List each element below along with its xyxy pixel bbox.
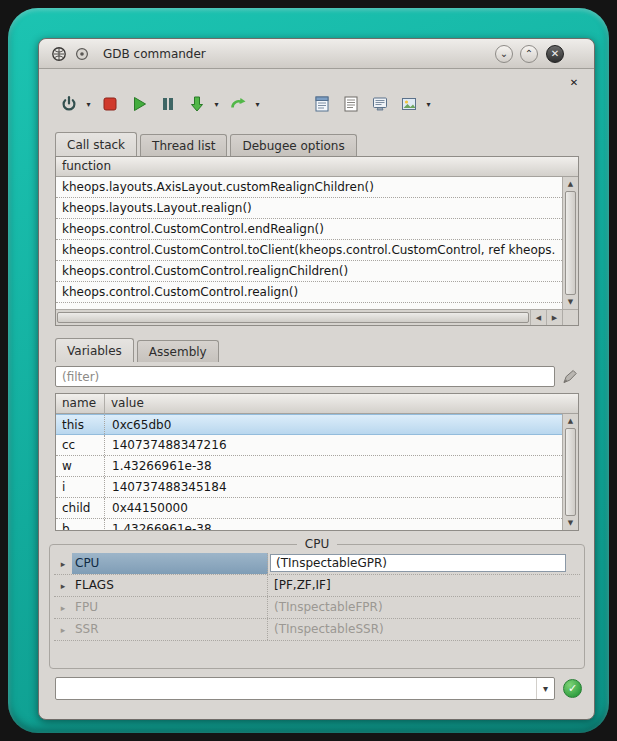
- expander-icon[interactable]: ▸: [54, 559, 72, 569]
- variable-row[interactable]: i 140737488345184: [56, 477, 562, 498]
- scroll-right-icon[interactable]: ▶: [546, 310, 562, 325]
- cpu-row[interactable]: ▸ CPU (TInspectableGPR): [54, 553, 580, 575]
- column-header-function[interactable]: function: [56, 157, 578, 177]
- variables-tabbar: Variables Assembly: [55, 338, 222, 362]
- scroll-up-icon[interactable]: ▲: [563, 177, 578, 191]
- run-button[interactable]: [127, 92, 151, 116]
- variable-value: 140737488345184: [105, 477, 562, 497]
- register-value-field[interactable]: (TInspectableGPR): [270, 554, 566, 572]
- variables-rows: this 0xc65db0 cc 140737488347216 w 1.432…: [56, 414, 562, 530]
- callstack-row[interactable]: kheops.layouts.Layout.realign(): [56, 198, 562, 219]
- close-button[interactable]: ✕: [546, 45, 564, 63]
- cpu-rows: ▸ CPU (TInspectableGPR) ▸ FLAGS [PF,ZF,I…: [54, 553, 580, 641]
- continue-dropdown-icon[interactable]: ▾: [253, 100, 262, 109]
- variable-name: this: [56, 415, 105, 434]
- debug-toolbar: ▾: [57, 89, 582, 119]
- tab-thread-list[interactable]: Thread list: [140, 134, 227, 156]
- variable-row[interactable]: child 0x44150000: [56, 498, 562, 519]
- combo-dropdown-icon[interactable]: ▾: [536, 678, 554, 699]
- scroll-left-icon[interactable]: ◀: [530, 310, 546, 325]
- register-group-value: (TInspectableGPR): [268, 553, 580, 574]
- expander-icon[interactable]: ▸: [54, 581, 72, 591]
- scroll-up-icon[interactable]: ▲: [563, 414, 578, 428]
- tab-assembly[interactable]: Assembly: [137, 340, 219, 362]
- command-input[interactable]: [56, 678, 536, 699]
- pause-icon: [159, 95, 177, 113]
- callstack-rows: kheops.layouts.AxisLayout.customRealignC…: [56, 177, 562, 309]
- scrollbar-thumb[interactable]: [565, 191, 576, 295]
- callstack-horizontal-scrollbar[interactable]: ◀ ▶: [56, 309, 562, 325]
- variable-value: 0x44150000: [105, 498, 562, 518]
- step-button[interactable]: [185, 92, 209, 116]
- expander-icon[interactable]: ▸: [54, 603, 72, 613]
- variable-name: child: [56, 498, 105, 518]
- stop-button[interactable]: [98, 92, 122, 116]
- tab-call-stack[interactable]: Call stack: [55, 132, 137, 156]
- callstack-row[interactable]: kheops.control.CustomControl.endRealign(…: [56, 219, 562, 240]
- monitor-icon: [371, 95, 389, 113]
- variable-name: w: [56, 456, 105, 476]
- register-group-name: SSR: [72, 619, 268, 640]
- evaluate-button[interactable]: [310, 92, 334, 116]
- register-group-value: (TInspectableFPR): [268, 597, 580, 618]
- callstack-table: function kheops.layouts.AxisLayout.custo…: [55, 156, 579, 326]
- desktop-background: GDB commander ⌄ ⌃ ✕ ✕ ▾: [0, 0, 617, 741]
- send-command-button[interactable]: ✓: [563, 679, 582, 698]
- continue-button[interactable]: [226, 92, 250, 116]
- variables-vertical-scrollbar[interactable]: ▲ ▼: [562, 414, 578, 530]
- variable-row[interactable]: b 1.43266961e-38: [56, 519, 562, 530]
- stop-icon: [101, 95, 119, 113]
- column-header-value[interactable]: value: [105, 394, 578, 414]
- step-down-icon: [188, 95, 206, 113]
- tab-debugee-options[interactable]: Debugee options: [230, 134, 356, 156]
- register-group-value: [PF,ZF,IF]: [268, 575, 580, 596]
- image-icon: [400, 95, 418, 113]
- variable-value: 1.43266961e-38: [105, 519, 562, 530]
- cpu-row[interactable]: ▸ SSR (TInspectableSSR): [54, 619, 580, 641]
- variable-row[interactable]: w 1.43266961e-38: [56, 456, 562, 477]
- filter-input[interactable]: [55, 366, 555, 387]
- scroll-down-icon[interactable]: ▼: [563, 516, 578, 530]
- register-group-name: FPU: [72, 597, 268, 618]
- variable-row[interactable]: this 0xc65db0: [56, 414, 562, 435]
- snapshot-dropdown-icon[interactable]: ▾: [424, 100, 433, 109]
- titlebar[interactable]: GDB commander ⌄ ⌃ ✕: [39, 39, 594, 69]
- app-icon: [51, 46, 67, 62]
- scroll-down-icon[interactable]: ▼: [563, 295, 578, 309]
- shade-button[interactable]: ⌄: [495, 45, 513, 63]
- column-header-name[interactable]: name: [56, 394, 105, 414]
- callstack-row[interactable]: kheops.layouts.AxisLayout.customRealignC…: [56, 177, 562, 198]
- window-title: GDB commander: [103, 39, 206, 69]
- cpu-row[interactable]: ▸ FPU (TInspectableFPR): [54, 597, 580, 619]
- maximize-button[interactable]: ⌃: [520, 45, 538, 63]
- callstack-vertical-scrollbar[interactable]: ▲ ▼: [562, 177, 578, 309]
- filter-icon[interactable]: [561, 368, 579, 386]
- scrollbar-thumb[interactable]: [57, 312, 529, 323]
- command-combobox[interactable]: ▾: [55, 677, 555, 700]
- variables-header: name value: [56, 394, 578, 414]
- step-dropdown-icon[interactable]: ▾: [212, 100, 221, 109]
- variable-value: 0xc65db0: [105, 415, 562, 434]
- dock-close-button[interactable]: ✕: [567, 76, 581, 90]
- expander-icon[interactable]: ▸: [54, 625, 72, 635]
- list-icon: [342, 95, 360, 113]
- callstack-row[interactable]: kheops.control.CustomControl.realign(): [56, 282, 562, 303]
- cpu-row[interactable]: ▸ FLAGS [PF,ZF,IF]: [54, 575, 580, 597]
- watch-button[interactable]: [368, 92, 392, 116]
- power-button[interactable]: [57, 92, 81, 116]
- callstack-row[interactable]: kheops.control.CustomControl.realignChil…: [56, 261, 562, 282]
- variable-value: 140737488347216: [105, 435, 562, 455]
- scrollbar-corner: [562, 309, 578, 325]
- snapshot-button[interactable]: [397, 92, 421, 116]
- pause-button[interactable]: [156, 92, 180, 116]
- tab-variables[interactable]: Variables: [55, 338, 134, 362]
- run-icon: [130, 95, 148, 113]
- scrollbar-thumb[interactable]: [565, 428, 576, 516]
- variable-name: cc: [56, 435, 105, 455]
- output-button[interactable]: [339, 92, 363, 116]
- callstack-header: function: [56, 157, 578, 177]
- variable-row[interactable]: cc 140737488347216: [56, 435, 562, 456]
- power-dropdown-icon[interactable]: ▾: [84, 100, 93, 109]
- context-help-icon[interactable]: [75, 47, 89, 61]
- callstack-row[interactable]: kheops.control.CustomControl.toClient(kh…: [56, 240, 562, 261]
